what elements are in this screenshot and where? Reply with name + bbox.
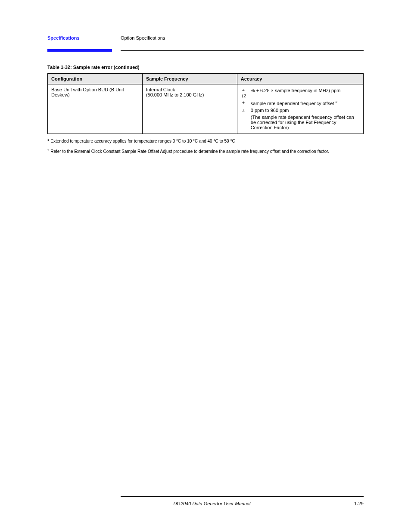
cell-freq: Internal Clock (50.000 MHz to 2.100 GHz) xyxy=(142,84,237,134)
footer-rule xyxy=(121,496,364,497)
col-header-config: Configuration xyxy=(48,74,143,84)
page-footer: DG2040 Data Genertor User Manual 1-29 xyxy=(47,496,364,506)
spec-table: Configuration Sample Frequency Accuracy … xyxy=(47,73,364,134)
cell-accuracy: ±(2 % + 6.28 × sample frequency in MHz) … xyxy=(237,84,363,134)
blue-accent-bar xyxy=(47,49,112,52)
header-link[interactable]: Specifications xyxy=(47,35,121,40)
acc-prefix-3: ± xyxy=(241,107,249,114)
freq-label: Internal Clock xyxy=(146,87,175,92)
footer-center: DG2040 Data Genertor User Manual xyxy=(121,501,303,506)
acc-line-3: 0 ppm to 960 ppm xyxy=(249,107,360,114)
col-header-freq: Sample Frequency xyxy=(142,74,237,84)
acc-line-2: sample rate dependent frequency offset 2 xyxy=(249,99,360,107)
footer-left xyxy=(47,501,121,506)
table-row: Base Unit with Option BUD (B Unit Deskew… xyxy=(48,84,364,134)
footnote-2: 2 Refer to the External Clock Constant S… xyxy=(47,148,364,155)
footnote-1: 1 Extended temperature accuracy applies … xyxy=(47,137,364,144)
acc-prefix-2: + xyxy=(241,99,249,107)
header-rule xyxy=(121,50,364,51)
table-header-row: Configuration Sample Frequency Accuracy xyxy=(48,74,364,84)
col-header-accuracy: Accuracy xyxy=(237,74,363,84)
acc-prefix-1: ±(2 xyxy=(241,87,249,99)
header-section: Option Specifications xyxy=(121,35,364,40)
table-caption: Table 1-32: Sample rate error (continued… xyxy=(47,65,364,70)
cell-config: Base Unit with Option BUD (B Unit Deskew… xyxy=(48,84,143,134)
footer-page-number: 1-29 xyxy=(303,501,364,506)
freq-range: (50.000 MHz to 2.100 GHz) xyxy=(146,92,204,97)
header-divider xyxy=(47,49,364,52)
acc-line-4: (The sample rate dependent frequency off… xyxy=(249,114,360,131)
acc-line-1: % + 6.28 × sample frequency in MHz) ppm xyxy=(249,87,360,99)
